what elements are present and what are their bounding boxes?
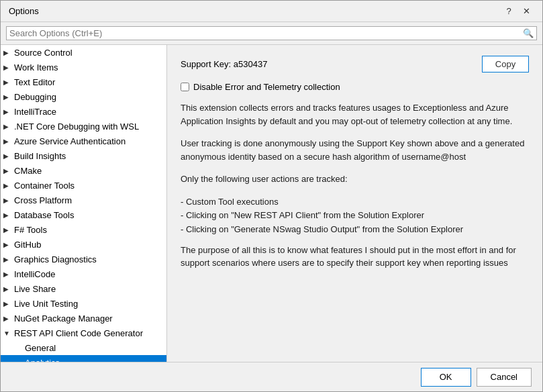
sidebar-item-azure-service-auth[interactable]: ▶Azure Service Authentication <box>1 134 166 148</box>
search-input-wrap: 🔍 <box>6 26 537 40</box>
search-bar: 🔍 <box>1 22 542 45</box>
sidebar-item-work-items[interactable]: ▶Work Items <box>1 60 166 75</box>
support-key-text: Support Key: a530437 <box>181 59 267 69</box>
title-bar: Options ? ✕ <box>1 1 542 22</box>
sidebar-item-label-debugging: Debugging <box>14 92 56 102</box>
sidebar-item-nuget-package-manager[interactable]: ▶NuGet Package Manager <box>1 311 166 326</box>
sidebar-item-label-intellitrace: IntelliTrace <box>14 107 56 117</box>
paragraph1: This extension collects errors and track… <box>181 101 529 128</box>
arrow-icon-live-unit-testing: ▶ <box>3 300 14 307</box>
sidebar-item-label-live-share: Live Share <box>14 284 56 294</box>
sidebar-item-intellicode[interactable]: ▶IntelliCode <box>1 266 166 281</box>
sidebar-item-label-nuget-package-manager: NuGet Package Manager <box>14 313 113 324</box>
sidebar-item-general[interactable]: General <box>1 340 166 355</box>
arrow-icon-build-insights: ▶ <box>3 152 14 160</box>
sidebar-item-analytics[interactable]: Analytics <box>1 355 166 362</box>
dialog-title: Options <box>9 6 39 16</box>
sidebar-item-rest-api-client[interactable]: ▼REST API Client Code Generator <box>1 326 166 340</box>
arrow-icon-rest-api-client: ▼ <box>3 330 14 337</box>
sidebar-item-label-database-tools: Database Tools <box>14 210 74 220</box>
sidebar-item-text-editor[interactable]: ▶Text Editor <box>1 75 166 89</box>
checkbox-row: Disable Error and Telemetry collection <box>181 82 529 92</box>
cancel-button[interactable]: Cancel <box>477 368 532 387</box>
help-button[interactable]: ? <box>501 3 517 19</box>
arrow-icon-cross-platform: ▶ <box>3 197 14 204</box>
sidebar-item-label-cross-platform: Cross Platform <box>14 195 72 205</box>
sidebar-item-label-container-tools: Container Tools <box>14 181 75 191</box>
sidebar-item-label-f-sharp-tools: F# Tools <box>14 225 47 235</box>
sidebar-item-label-net-core-debugging: .NET Core Debugging with WSL <box>14 121 139 132</box>
sidebar-item-live-unit-testing[interactable]: ▶Live Unit Testing <box>1 296 166 311</box>
arrow-icon-container-tools: ▶ <box>3 182 14 189</box>
content-area: Support Key: a530437 Copy Disable Error … <box>167 45 542 362</box>
support-key-row: Support Key: a530437 Copy <box>181 56 529 72</box>
sidebar-item-label-rest-api-client: REST API Client Code Generator <box>14 328 143 338</box>
list-items: - Custom Tool executions- Clicking on "N… <box>181 195 529 237</box>
list-item-0: - Custom Tool executions <box>181 195 529 209</box>
sidebar-item-label-azure-service-auth: Azure Service Authentication <box>14 136 126 146</box>
sidebar-item-graphics-diagnostics[interactable]: ▶Graphics Diagnostics <box>1 252 166 266</box>
arrow-icon-text-editor: ▶ <box>3 79 14 86</box>
arrow-icon-github: ▶ <box>3 241 14 248</box>
arrow-icon-debugging: ▶ <box>3 93 14 101</box>
arrow-icon-net-core-debugging: ▶ <box>3 123 14 130</box>
sidebar-item-container-tools[interactable]: ▶Container Tools <box>1 178 166 193</box>
arrow-icon-intellitrace: ▶ <box>3 108 14 115</box>
sidebar-item-cmake[interactable]: ▶CMake <box>1 163 166 178</box>
disable-telemetry-label: Disable Error and Telemetry collection <box>193 82 340 92</box>
paragraph3: Only the following user actions are trac… <box>181 173 529 186</box>
bottom-bar: OK Cancel <box>1 362 542 391</box>
sidebar-item-build-insights[interactable]: ▶Build Insights <box>1 148 166 163</box>
sidebar-item-label-general: General <box>25 343 56 353</box>
paragraph4: The purpose of all this is to know what … <box>181 244 529 270</box>
sidebar-item-label-graphics-diagnostics: Graphics Diagnostics <box>14 254 97 264</box>
arrow-icon-f-sharp-tools: ▶ <box>3 226 14 234</box>
paragraph2: User tracking is done anonymously using … <box>181 137 529 163</box>
search-input[interactable] <box>9 28 523 38</box>
arrow-icon-nuget-package-manager: ▶ <box>3 315 14 322</box>
arrow-icon-database-tools: ▶ <box>3 211 14 219</box>
disable-telemetry-checkbox[interactable] <box>181 83 189 91</box>
sidebar-item-debugging[interactable]: ▶Debugging <box>1 89 166 104</box>
list-item-2: - Clicking on "Generate NSwag Studio Out… <box>181 223 529 237</box>
options-dialog: Options ? ✕ 🔍 ▶Source Control▶Work Items… <box>0 0 543 392</box>
arrow-icon-intellicode: ▶ <box>3 271 14 278</box>
sidebar-item-live-share[interactable]: ▶Live Share <box>1 281 166 296</box>
sidebar-item-label-build-insights: Build Insights <box>14 151 66 161</box>
sidebar-item-source-control[interactable]: ▶Source Control <box>1 45 166 60</box>
close-button[interactable]: ✕ <box>518 3 534 19</box>
title-bar-right: ? ✕ <box>501 3 534 19</box>
sidebar-item-f-sharp-tools[interactable]: ▶F# Tools <box>1 222 166 237</box>
ok-button[interactable]: OK <box>421 368 471 387</box>
sidebar-item-cross-platform[interactable]: ▶Cross Platform <box>1 193 166 207</box>
sidebar-item-label-live-unit-testing: Live Unit Testing <box>14 299 78 309</box>
copy-button[interactable]: Copy <box>482 56 529 72</box>
search-icon: 🔍 <box>523 28 534 38</box>
arrow-icon-source-control: ▶ <box>3 49 14 56</box>
sidebar-item-database-tools[interactable]: ▶Database Tools <box>1 207 166 222</box>
sidebar-item-label-source-control: Source Control <box>14 48 72 58</box>
sidebar-item-github[interactable]: ▶GitHub <box>1 237 166 252</box>
arrow-icon-work-items: ▶ <box>3 64 14 71</box>
sidebar-item-net-core-debugging[interactable]: ▶.NET Core Debugging with WSL <box>1 119 166 134</box>
sidebar-item-intellitrace[interactable]: ▶IntelliTrace <box>1 104 166 119</box>
arrow-icon-graphics-diagnostics: ▶ <box>3 256 14 263</box>
sidebar-item-label-intellicode: IntelliCode <box>14 269 55 279</box>
arrow-icon-azure-service-auth: ▶ <box>3 138 14 145</box>
list-item-1: - Clicking on "New REST API Client" from… <box>181 209 529 223</box>
sidebar-item-label-github: GitHub <box>14 240 41 250</box>
arrow-icon-cmake: ▶ <box>3 167 14 175</box>
sidebar-item-label-work-items: Work Items <box>14 62 58 72</box>
arrow-icon-live-share: ▶ <box>3 285 14 293</box>
title-bar-left: Options <box>9 6 39 16</box>
main-content: ▶Source Control▶Work Items▶Text Editor▶D… <box>1 45 542 362</box>
sidebar-item-label-cmake: CMake <box>14 166 42 176</box>
sidebar: ▶Source Control▶Work Items▶Text Editor▶D… <box>1 45 167 362</box>
sidebar-item-label-text-editor: Text Editor <box>14 77 55 87</box>
